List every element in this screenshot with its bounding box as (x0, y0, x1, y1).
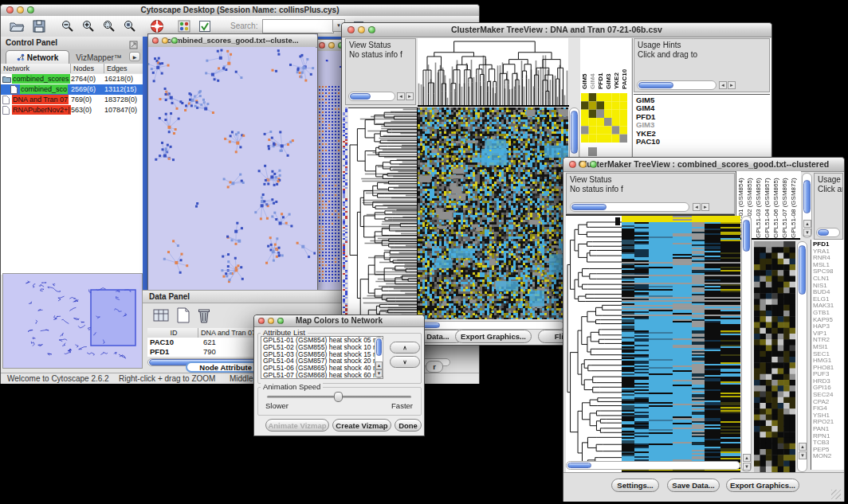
scroll-down-icon[interactable]: ▼ (803, 229, 811, 236)
zoom-in-icon[interactable] (79, 18, 98, 35)
scrollbar-thumb[interactable] (571, 204, 607, 210)
heatmap-hscrollbar[interactable] (418, 321, 564, 330)
column-dendrogram-canvas[interactable] (418, 38, 568, 105)
row-dendrogram-canvas[interactable] (566, 216, 622, 472)
scrollbar-thumb[interactable] (350, 93, 371, 100)
annotation-icon[interactable] (195, 18, 214, 35)
scroll-left-icon[interactable]: ◄ (397, 92, 405, 100)
close-icon[interactable] (347, 26, 355, 33)
gene-label[interactable]: MON2 (811, 453, 844, 460)
open-file-button[interactable] (7, 18, 26, 35)
close-icon[interactable] (6, 6, 14, 14)
correlation-matrix-canvas[interactable] (581, 93, 627, 143)
scrollbar-thumb[interactable] (818, 229, 829, 236)
heatmap-hscrollbar[interactable] (566, 461, 740, 470)
zoom-window-icon[interactable] (27, 6, 34, 14)
view-status-scrollbar[interactable] (348, 92, 395, 101)
scroll-right-icon[interactable]: ► (406, 92, 414, 100)
col-id[interactable]: ID (147, 328, 198, 338)
attribute-item[interactable]: GPL51-02 (GSM855) heat shock 10 min (261, 344, 383, 351)
zoomed-heatmap-canvas[interactable] (754, 241, 795, 472)
vscrollbar-thumb[interactable] (376, 338, 382, 356)
scroll-right-icon[interactable]: ► (728, 81, 736, 89)
save-data-button[interactable]: Save Data... (667, 479, 720, 492)
zoom-window-icon[interactable] (277, 318, 284, 324)
attribute-item[interactable]: GPL51-07 (GSM868) heat shock 60 min (261, 372, 383, 379)
scroll-up-icon[interactable]: ▲ (743, 454, 751, 462)
settings-button[interactable]: Settings... (611, 479, 659, 492)
vscrollbar-thumb[interactable] (803, 180, 811, 213)
minimize-icon[interactable] (17, 6, 24, 14)
heatmap-canvas[interactable] (622, 216, 740, 472)
attribute-select-icon[interactable] (152, 307, 170, 327)
main-title-bar[interactable]: Cytoscape Desktop (Session Name: collins… (1, 5, 479, 17)
network-view-title-bar[interactable]: combined_scores_good.txt--cluste... (148, 34, 317, 48)
zoom-window-icon[interactable] (368, 26, 375, 33)
export-graphics-button[interactable]: Export Graphics... (455, 330, 532, 343)
more-tabs-icon[interactable]: ▶ (129, 52, 140, 61)
network-overview-canvas[interactable] (5, 277, 139, 363)
row-dendrogram-canvas[interactable] (348, 107, 417, 336)
close-icon[interactable] (569, 161, 576, 168)
save-button[interactable] (29, 18, 49, 35)
scroll-up-icon[interactable]: ▲ (375, 361, 383, 369)
scroll-up-icon[interactable]: ▲ (803, 220, 811, 228)
move-down-button[interactable]: ∨ (390, 356, 420, 368)
zoom-vscrollbar[interactable]: ▲ ▼ (797, 241, 807, 472)
treeview2-title-bar[interactable]: ClusterMaker TreeView : combined_scores_… (563, 158, 844, 172)
usage-hints-scrollbar[interactable] (637, 80, 716, 90)
zoom-window-icon[interactable] (590, 161, 597, 168)
move-up-button[interactable]: ∧ (390, 342, 420, 354)
attribute-item[interactable]: GPL51-06 (GSM865) heat shock 40 min (261, 365, 383, 372)
network-row[interactable]: DNA and Tran 07 769(0) 183728(0) (1, 95, 143, 105)
heatmap-canvas[interactable] (418, 107, 568, 319)
network-row[interactable]: combined_scores 2764(0) 16218(0) (1, 74, 143, 84)
usage-hints-scrollbar[interactable] (816, 228, 840, 237)
vscrollbar-thumb[interactable] (799, 245, 806, 295)
new-attribute-icon[interactable] (175, 307, 192, 327)
scroll-right-icon[interactable]: ► (701, 203, 709, 211)
network-graph-canvas[interactable] (148, 47, 316, 289)
help-icon[interactable] (147, 18, 167, 35)
delete-attribute-icon[interactable] (195, 307, 213, 327)
animate-vizmap-button[interactable]: Animate Vizmap (265, 419, 329, 432)
scrollbar-thumb[interactable] (638, 82, 673, 88)
tab-partial[interactable]: r (426, 361, 443, 373)
slider-thumb[interactable] (334, 392, 343, 402)
view-status-scrollbar[interactable] (570, 202, 689, 212)
zoom-fit-icon[interactable] (120, 18, 139, 35)
col-edges[interactable]: Edges (104, 64, 143, 73)
zoom-out-icon[interactable] (58, 18, 77, 35)
scroll-down-icon[interactable]: ▼ (799, 451, 807, 459)
resize-grip[interactable] (831, 490, 841, 499)
gene-label[interactable]: PAC10 (634, 138, 770, 146)
create-vizmap-button[interactable]: Create Vizmap (332, 419, 391, 432)
scroll-up-icon[interactable]: ▲ (799, 443, 807, 451)
attribute-item[interactable]: GPL51-03 (GSM856) heat shock 15 min (261, 351, 383, 358)
network-row-selected[interactable]: combined_sco 2569(6) 13112(15) (1, 84, 143, 95)
scroll-down-icon[interactable]: ▼ (375, 369, 383, 377)
close-icon[interactable] (152, 37, 159, 44)
heatmap-vscrollbar[interactable]: ▲ ▼ (741, 216, 752, 472)
scroll-left-icon[interactable]: ◄ (719, 81, 727, 89)
dialog-title-bar[interactable]: Map Colors to Network (254, 315, 424, 327)
tab-vizmapper[interactable]: VizMapper™ (71, 51, 127, 64)
close-icon[interactable] (319, 42, 325, 49)
treeview1-title-bar[interactable]: ClusterMaker TreeView : DNA and Tran 07-… (342, 23, 771, 37)
scroll-down-icon[interactable]: ▼ (743, 463, 751, 471)
minimize-icon[interactable] (328, 42, 335, 49)
gpl-vscrollbar[interactable]: ▲ ▼ (802, 173, 812, 238)
export-graphics-button[interactable]: Export Graphics... (726, 479, 799, 492)
hscrollbar-thumb[interactable] (567, 463, 591, 468)
search-input[interactable] (262, 19, 334, 33)
zoom-window-icon[interactable] (171, 37, 178, 44)
vscrollbar-thumb[interactable] (571, 111, 578, 154)
attribute-item[interactable]: GPL51-01 (GSM854) heat shock 05 min (261, 337, 383, 344)
minimize-icon[interactable] (358, 26, 365, 33)
plugins-icon[interactable] (175, 18, 194, 35)
attribute-item[interactable]: GPL51-04 (GSM857) heat shock 20 min (261, 357, 383, 365)
tab-network[interactable]: Network (6, 50, 69, 64)
close-icon[interactable] (258, 318, 265, 324)
done-button[interactable]: Done (395, 419, 422, 432)
listbox-vscrollbar[interactable]: ▲ ▼ (375, 337, 383, 378)
